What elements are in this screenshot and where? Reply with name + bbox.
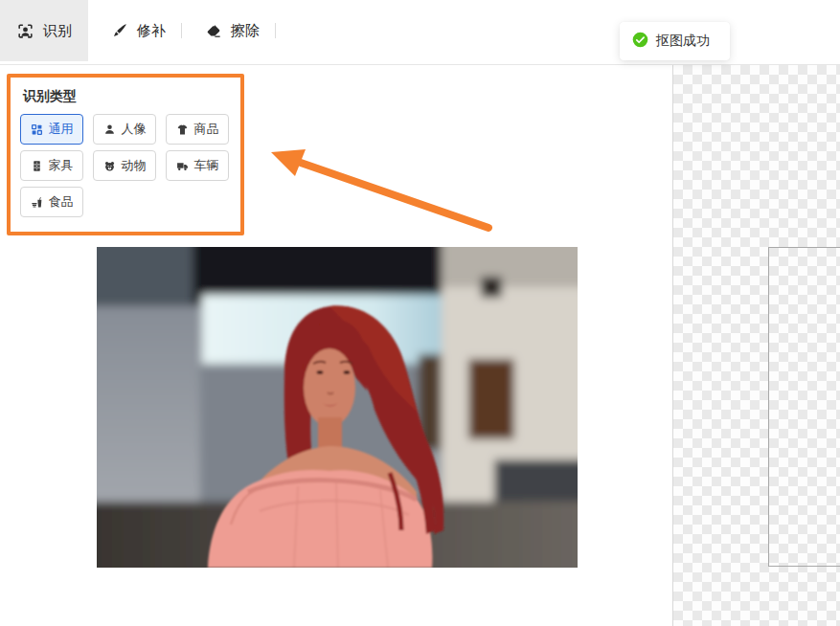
annotation-arrow — [259, 140, 508, 259]
toast-message: 抠图成功 — [656, 33, 710, 50]
category-panel-title: 识别类型 — [23, 88, 77, 105]
tab-label: 修补 — [137, 22, 166, 40]
vehicle-icon — [176, 160, 189, 172]
category-button-general[interactable]: 通用 — [20, 114, 83, 145]
eraser-icon — [205, 22, 222, 39]
food-icon — [31, 196, 43, 209]
face-recognition-icon — [16, 22, 34, 40]
image-matting-app: 识别 修补 擦除 — [0, 0, 840, 626]
category-button-label: 人像 — [122, 121, 147, 138]
category-button-label: 食品 — [49, 193, 74, 211]
tab-erase[interactable]: 擦除 — [190, 0, 275, 61]
result-canvas-outline — [768, 247, 840, 567]
furniture-icon — [31, 160, 43, 172]
editor-canvas[interactable]: 识别类型 通用 — [0, 65, 672, 626]
category-button-food[interactable]: 食品 — [20, 187, 83, 217]
brush-icon — [111, 22, 128, 39]
category-button-furniture[interactable]: 家具 — [20, 150, 83, 181]
portrait-icon — [103, 123, 116, 136]
success-toast: 抠图成功 — [620, 22, 730, 60]
grid-icon — [31, 123, 43, 136]
canvas-image[interactable] — [97, 247, 578, 568]
category-button-label: 家具 — [49, 157, 74, 174]
animal-icon — [103, 160, 116, 172]
category-button-product[interactable]: 商品 — [166, 114, 229, 145]
result-panel-checkerboard — [672, 65, 840, 626]
category-button-label: 通用 — [49, 121, 74, 138]
tab-repair[interactable]: 修补 — [96, 0, 181, 61]
category-button-label: 商品 — [194, 121, 219, 138]
success-check-icon — [632, 32, 648, 51]
category-button-animal[interactable]: 动物 — [93, 150, 156, 181]
tab-label: 识别 — [43, 22, 72, 40]
tab-label: 擦除 — [231, 22, 260, 40]
category-button-label: 动物 — [122, 157, 147, 174]
category-panel-highlight-box: 识别类型 通用 — [7, 74, 244, 235]
category-button-vehicle[interactable]: 车辆 — [166, 150, 229, 181]
toolbar-divider — [181, 23, 182, 38]
tshirt-icon — [176, 123, 189, 136]
category-button-portrait[interactable]: 人像 — [93, 114, 156, 145]
toolbar-divider — [275, 23, 276, 38]
category-button-label: 车辆 — [194, 157, 219, 174]
tab-recognize[interactable]: 识别 — [0, 0, 88, 61]
category-button-grid: 通用 人像 — [20, 114, 238, 217]
